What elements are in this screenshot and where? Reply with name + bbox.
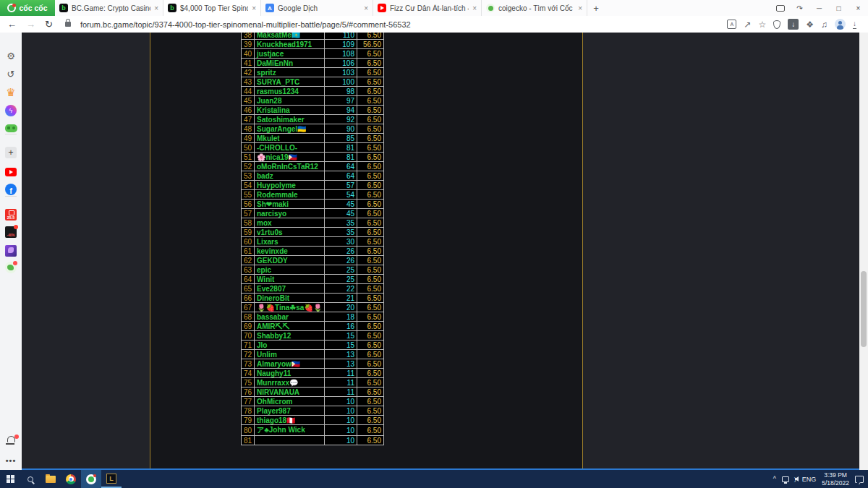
- cell-score: 15: [325, 341, 357, 350]
- cell-score: 15: [325, 331, 357, 341]
- game-app-shortcut[interactable]: [4, 244, 18, 258]
- close-button[interactable]: ×: [848, 0, 868, 16]
- reload-button[interactable]: ↻: [45, 19, 53, 30]
- browser-tab[interactable]: Google Dịch×: [261, 0, 373, 16]
- cell-player: thiago18🇵🇪: [255, 416, 325, 425]
- page-scrollbar[interactable]: [859, 33, 868, 470]
- browser-tab[interactable]: $4,000 Top Tier Spinomenal M×: [163, 0, 261, 16]
- network-icon[interactable]: [782, 476, 789, 482]
- browser-tab[interactable]: BC.Game: Crypto Casino Gam×: [55, 0, 163, 16]
- cell-prize: 6.50: [357, 143, 384, 153]
- facebook-shortcut[interactable]: f: [4, 182, 18, 197]
- cell-prize: 6.50: [357, 359, 384, 369]
- active-download-icon[interactable]: ↓: [788, 19, 799, 30]
- promo-shortcut[interactable]: -40%: [4, 225, 18, 239]
- language-indicator[interactable]: ENG: [802, 476, 817, 483]
- leaderboard-row: 49Mkulet856.50: [242, 134, 384, 143]
- tab-close-icon[interactable]: ×: [578, 4, 582, 12]
- hidden-icons-chevron[interactable]: ^: [773, 476, 776, 482]
- cell-score: 25: [325, 265, 357, 275]
- forward-button[interactable]: →: [26, 19, 35, 30]
- taskbar-clock[interactable]: 3:39 PM 5/18/2022: [822, 471, 849, 487]
- cell-prize: 6.50: [357, 59, 384, 68]
- crown-icon: ♛: [6, 87, 15, 98]
- extension-icon[interactable]: ❖: [806, 20, 814, 29]
- cell-rank: 81: [242, 436, 255, 445]
- coccoc-icon: [86, 474, 96, 484]
- leaderboard-row: 70Shabby12156.50: [242, 331, 384, 341]
- tab-close-icon[interactable]: ×: [252, 4, 256, 12]
- media-icon[interactable]: ♫: [821, 20, 827, 29]
- navigation-toolbar: ← → ↻ forum.bc.game/topic/9374-4000-top-…: [0, 16, 868, 33]
- games-shortcut[interactable]: [4, 121, 18, 135]
- cell-prize: 6.50: [357, 275, 384, 284]
- leaderboard-row: 51🌸nica19🇵🇭816.50: [242, 153, 384, 162]
- cell-rank: 52: [242, 162, 255, 171]
- file-explorer-button[interactable]: [41, 470, 61, 488]
- chrome-icon: [66, 474, 76, 484]
- cell-score: 57: [325, 181, 357, 190]
- league-of-legends-button[interactable]: L: [101, 470, 122, 488]
- send-to-device-icon[interactable]: ↷: [790, 0, 809, 16]
- tab-close-icon[interactable]: ×: [154, 4, 158, 12]
- history-button[interactable]: ↺: [4, 67, 18, 81]
- translate-icon[interactable]: A: [727, 20, 736, 29]
- leaderboard-row: 65Eve2807226.50: [242, 284, 384, 294]
- leaderboard-row: 60Lixars306.50: [242, 237, 384, 247]
- tab-close-icon[interactable]: ×: [472, 4, 477, 12]
- new-tab-button[interactable]: +: [587, 0, 605, 16]
- profile-avatar[interactable]: [835, 19, 846, 30]
- taskbar-search-button[interactable]: [20, 470, 41, 488]
- cell-player: NIRVANAUA: [255, 388, 325, 397]
- maximize-button[interactable]: □: [829, 0, 848, 16]
- ssl-padlock-icon[interactable]: [65, 22, 71, 27]
- cell-rank: 60: [242, 237, 255, 247]
- leaderboard-row: 64Winit256.50: [242, 275, 384, 284]
- bookmark-star-icon[interactable]: ☆: [758, 20, 766, 29]
- shopping-sale-shortcut[interactable]: 25.5: [4, 207, 18, 222]
- vip-button[interactable]: ♛: [4, 85, 18, 99]
- youtube-shortcut[interactable]: [4, 165, 18, 179]
- browser-tab[interactable]: coigecko - Tìm với Cốc Cốc×: [482, 0, 587, 16]
- adblock-shield-icon[interactable]: [773, 20, 780, 29]
- chrome-button[interactable]: [61, 470, 81, 488]
- settings-button[interactable]: ⚙: [4, 48, 18, 63]
- cell-score: 10: [325, 406, 357, 416]
- sidebar-more-button[interactable]: •••: [4, 453, 18, 468]
- cell-score: 11: [325, 388, 357, 397]
- cell-player: spritz: [255, 68, 325, 77]
- tab-close-icon[interactable]: ×: [364, 4, 368, 12]
- bcgame-favicon: [59, 4, 68, 12]
- gecko-favicon: [486, 4, 495, 12]
- cell-score: 35: [325, 228, 357, 237]
- cell-score: 64: [325, 162, 357, 171]
- browser-tab[interactable]: Fizz Cư Dân Át-lan-tích - 🔊×: [373, 0, 482, 16]
- address-bar[interactable]: forum.bc.game/topic/9374-4000-top-tier-s…: [80, 20, 718, 29]
- cell-rank: 69: [242, 322, 255, 331]
- back-button[interactable]: ←: [7, 19, 17, 30]
- coccoc-taskbar-button[interactable]: [81, 470, 101, 488]
- scrollbar-thumb[interactable]: [861, 271, 867, 347]
- cell-rank: 53: [242, 171, 255, 181]
- action-center-icon[interactable]: [855, 476, 864, 483]
- cell-player: Almaryow🇵🇭: [255, 359, 325, 369]
- downloads-tray-icon[interactable]: ↓: [853, 20, 856, 29]
- cell-prize: 6.50: [357, 369, 384, 378]
- cell-prize: 6.50: [357, 209, 384, 218]
- cell-score: 16: [325, 322, 357, 331]
- cell-player: Jlo: [255, 341, 325, 350]
- cell-score: 45: [325, 209, 357, 218]
- cell-player: MaksatMe🇰🇿: [255, 33, 325, 40]
- screen-capture-icon[interactable]: [770, 0, 790, 16]
- add-shortcut-button[interactable]: +: [4, 145, 18, 160]
- cell-prize: 6.50: [357, 134, 384, 143]
- leaderboard-row: 42spritz1036.50: [242, 68, 384, 77]
- notifications-button[interactable]: [4, 432, 18, 446]
- cell-player: 🌸nica19🇵🇭: [255, 153, 325, 162]
- start-button[interactable]: [0, 470, 20, 488]
- gecko-app-shortcut[interactable]: [4, 260, 18, 275]
- share-icon[interactable]: ↗: [744, 20, 751, 29]
- messenger-shortcut[interactable]: ϟ: [4, 103, 18, 118]
- minimize-button[interactable]: ─: [809, 0, 829, 16]
- volume-button[interactable]: ): [795, 476, 796, 482]
